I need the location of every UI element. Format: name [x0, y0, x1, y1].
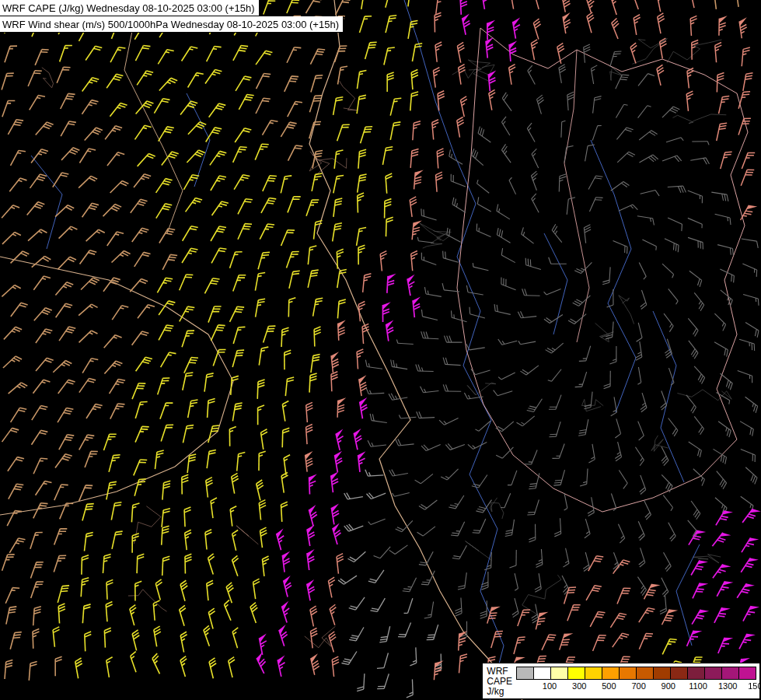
legend-tick: 100 — [543, 681, 557, 691]
legend-swatch — [602, 667, 620, 680]
title-wind-shear: WRF Wind shear (m/s) 500/1000hPa Wednesd… — [0, 16, 344, 33]
legend-unit-label: J/kg — [487, 687, 512, 697]
legend-swatch — [567, 667, 585, 680]
legend-tick: 900 — [662, 681, 675, 691]
legend-swatch — [653, 667, 671, 680]
legend-tick: 500 — [602, 681, 616, 691]
title-cape: WRF CAPE (J/kg) Wednesday 08-10-2025 03:… — [0, 0, 260, 16]
legend-swatches — [517, 667, 757, 680]
legend-swatch — [550, 667, 568, 680]
legend-ticks: 100300500700900110013001500 — [517, 680, 757, 691]
legend-swatch — [516, 667, 534, 680]
legend-title: WRF CAPE J/kg — [485, 665, 517, 697]
legend-tick: 700 — [631, 681, 645, 691]
map-canvas — [0, 0, 761, 700]
legend-swatch — [721, 667, 739, 680]
legend-tick: 300 — [572, 681, 586, 691]
legend-swatch — [636, 667, 654, 680]
legend-swatch — [533, 667, 551, 680]
legend-tick: 1300 — [718, 681, 737, 691]
legend-tick: 1500 — [748, 681, 761, 691]
legend-scale: 100300500700900110013001500 — [517, 665, 757, 697]
legend-swatch — [619, 667, 637, 680]
map-titles: WRF CAPE (J/kg) Wednesday 08-10-2025 03:… — [0, 0, 344, 33]
legend-swatch — [704, 667, 722, 680]
legend-swatch — [670, 667, 688, 680]
cape-legend: WRF CAPE J/kg 10030050070090011001300150… — [482, 663, 760, 699]
legend-swatch — [687, 667, 705, 680]
legend-tick: 1100 — [689, 681, 707, 691]
legend-swatch — [585, 667, 602, 680]
legend-swatch — [738, 667, 756, 680]
weather-map: WRF CAPE (J/kg) Wednesday 08-10-2025 03:… — [0, 0, 761, 700]
